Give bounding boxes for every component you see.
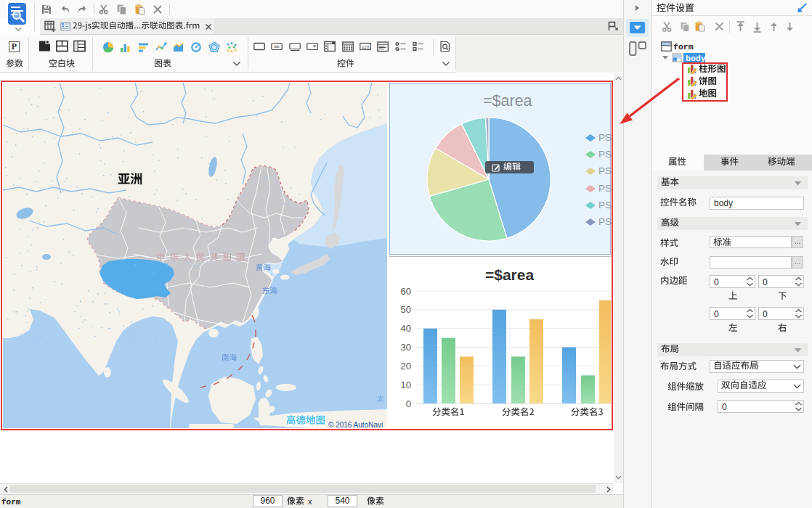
svg-text:123: 123	[362, 45, 370, 49]
svg-text:0: 0	[406, 398, 411, 409]
svg-text:10: 10	[401, 380, 411, 390]
svg-text:30: 30	[401, 342, 411, 353]
svg-text:50: 50	[401, 304, 411, 315]
svg-text:lab: lab	[274, 44, 279, 49]
svg-text:40: 40	[401, 323, 411, 334]
svg-text:20: 20	[401, 361, 411, 372]
svg-text:60: 60	[401, 286, 411, 297]
